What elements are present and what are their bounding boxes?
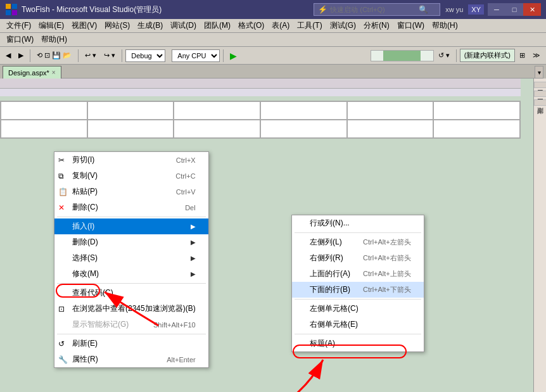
- svg-rect-2: [6, 10, 11, 15]
- cm1-delete[interactable]: ✕ 删除(C) Del: [54, 199, 208, 215]
- cm1-preview-label: 在浏览器中查看(2345加速浏览器)(B): [72, 303, 196, 314]
- properties-icon: 🔧: [58, 355, 68, 364]
- cm1-modify-label: 修改(M): [72, 269, 99, 279]
- cm1-copy-shortcut: Ctrl+C: [175, 172, 195, 180]
- cm1-modify[interactable]: 修改(M) ▶: [54, 266, 208, 282]
- menu-analyze[interactable]: 分析(N): [360, 19, 393, 32]
- menu-window2[interactable]: 窗口(W): [3, 33, 37, 46]
- cm2-leftcell[interactable]: 左侧单元格(C): [292, 301, 424, 317]
- minimize-button[interactable]: ─: [488, 3, 505, 16]
- close-button[interactable]: ✕: [523, 3, 541, 16]
- cm2-sep2: [295, 299, 421, 300]
- cm2-belowrow-label: 下面的行(B): [310, 284, 350, 295]
- cm1-delete-shortcut: Del: [185, 204, 196, 212]
- sep4: [223, 49, 224, 62]
- menu-website[interactable]: 网站(S): [101, 19, 134, 32]
- menu-debug[interactable]: 调试(D): [167, 19, 200, 32]
- toolbar: ◀ ▶ ⟲ ⊡ 💾 📂 ↩ ▾ ↪ ▾ Debug Any CPU ▶ ↺ ▾ …: [0, 47, 546, 65]
- cm1-paste[interactable]: 📋 粘贴(P) Ctrl+V: [54, 184, 208, 199]
- right-panel-tab3[interactable]: 副库: [534, 99, 547, 106]
- title-bar: TwoFish - Microsoft Visual Studio(管理员) ⚡…: [0, 0, 546, 19]
- new-inline-style-button[interactable]: (新建内联样式): [460, 49, 515, 62]
- refresh-icon: ↺: [58, 339, 65, 348]
- menu-bar-2: 窗口(W) 帮助(H): [0, 33, 546, 47]
- redo-button[interactable]: ↪ ▾: [101, 49, 118, 63]
- cm2-rowcol-label: 行或列(N)...: [310, 218, 350, 229]
- cm1-cut[interactable]: ✂ 剪切(I) Ctrl+X: [54, 152, 208, 168]
- cm2-rightcol[interactable]: 右侧列(R) Ctrl+Alt+右箭头: [292, 250, 424, 266]
- cm2-rightcell[interactable]: 右侧单元格(E): [292, 317, 424, 332]
- window-title: TwoFish - Microsoft Visual Studio(管理员): [22, 4, 314, 15]
- menu-build[interactable]: 生成(B): [134, 19, 167, 32]
- cm2-aboverow[interactable]: 上面的行(A) Ctrl+Alt+上箭头: [292, 266, 424, 282]
- sep5: [456, 49, 457, 62]
- tab-filename: Design.aspx*: [8, 69, 49, 77]
- cm1-select-arrow: ▶: [191, 255, 196, 262]
- cm2-belowrow[interactable]: 下面的行(B) Ctrl+Alt+下箭头: [292, 282, 424, 298]
- cm1-properties-label: 属性(R): [72, 354, 98, 365]
- run-button[interactable]: ▶: [227, 49, 240, 63]
- menu-help[interactable]: 帮助(H): [428, 19, 462, 32]
- cm1-copy-label: 复制(V): [72, 170, 98, 181]
- tab-close-button[interactable]: ×: [52, 69, 56, 76]
- cut-icon: ✂: [58, 156, 65, 165]
- tab-bar: Design.aspx* × ▾: [0, 65, 546, 79]
- window-layout-btn[interactable]: ⊞: [516, 49, 528, 63]
- editor-container: td: [0, 79, 546, 392]
- sep2: [78, 49, 79, 62]
- toolbar-icons[interactable]: ⟲ ⊡ 💾 📂: [34, 49, 75, 63]
- cm1-viewcode[interactable]: 查看代码(C): [54, 285, 208, 301]
- cm1-sep1: [57, 217, 206, 217]
- cm1-smarttag[interactable]: 显示智能标记(G) Shift+Alt+F10: [54, 317, 208, 332]
- menu-edit[interactable]: 编辑(E): [35, 19, 68, 32]
- menu-test[interactable]: 测试(G): [326, 19, 360, 32]
- menu-view[interactable]: 视图(V): [68, 19, 101, 32]
- cm1-select[interactable]: 选择(S) ▶: [54, 250, 208, 266]
- cm1-sep3: [57, 334, 206, 334]
- menu-format[interactable]: 格式(O): [234, 19, 268, 32]
- cm1-insert[interactable]: 插入(I) ▶: [54, 218, 208, 234]
- cm1-copy[interactable]: ⧉ 复制(V) Ctrl+C: [54, 168, 208, 184]
- cm1-preview[interactable]: ⊡ 在浏览器中查看(2345加速浏览器)(B): [54, 301, 208, 317]
- debug-mode-select[interactable]: Debug: [125, 49, 165, 62]
- app-logo: [5, 3, 18, 16]
- platform-select[interactable]: Any CPU: [172, 49, 220, 62]
- menu-help2[interactable]: 帮助(H): [37, 33, 71, 46]
- cm2-leftcol[interactable]: 左侧列(L) Ctrl+Alt+左箭头: [292, 234, 424, 250]
- tab-design-aspx[interactable]: Design.aspx* ×: [3, 66, 61, 79]
- tab-scroll-btn[interactable]: ▾: [535, 66, 543, 79]
- maximize-button[interactable]: □: [505, 3, 523, 16]
- cm2-rightcol-label: 右侧列(R): [310, 253, 343, 263]
- editor-area[interactable]: td: [0, 79, 533, 392]
- menu-tools[interactable]: 工具(T): [293, 19, 326, 32]
- cm2-header[interactable]: 标题(A): [292, 336, 424, 351]
- cm1-delete-label: 删除(C): [72, 202, 98, 213]
- cm2-rowcol[interactable]: 行或列(N)...: [292, 215, 424, 231]
- cm1-properties[interactable]: 🔧 属性(R) Alt+Enter: [54, 351, 208, 367]
- undo-button[interactable]: ↩ ▾: [82, 49, 99, 63]
- back-button[interactable]: ◀: [3, 49, 14, 63]
- right-panel-tab2[interactable]: 图层减设调度器: [534, 91, 547, 97]
- refresh-toolbar-btn[interactable]: ↺ ▾: [435, 49, 453, 63]
- context-menu-1: ✂ 剪切(I) Ctrl+X ⧉ 复制(V) Ctrl+C 📋 粘贴(P) Ct…: [54, 151, 209, 368]
- menu-window[interactable]: 窗口(W): [393, 19, 428, 32]
- menu-team[interactable]: 团队(M): [200, 19, 234, 32]
- cm2-rightcol-shortcut: Ctrl+Alt+右箭头: [363, 253, 411, 263]
- cm1-cut-shortcut: Ctrl+X: [176, 156, 196, 164]
- delete-icon: ✕: [58, 203, 65, 212]
- cm2-header-label: 标题(A): [310, 338, 335, 349]
- paste-icon: 📋: [58, 187, 68, 196]
- cm2-aboverow-shortcut: Ctrl+Alt+上箭头: [363, 269, 411, 279]
- quick-search[interactable]: ⚡ 🔍: [314, 3, 440, 16]
- cm1-refresh[interactable]: ↺ 刷新(E): [54, 336, 208, 351]
- right-panel: 需计划测试题调度器 图层减设调度器 副库: [533, 79, 546, 392]
- right-panel-tab1[interactable]: 需计划测试题调度器: [534, 82, 547, 88]
- cm1-refresh-label: 刷新(E): [72, 338, 98, 349]
- menu-table[interactable]: 表(A): [268, 19, 293, 32]
- forward-button[interactable]: ▶: [15, 49, 27, 63]
- user-label: xw yu: [445, 6, 463, 13]
- quick-search-input[interactable]: [330, 6, 419, 13]
- toolbar-more-btn[interactable]: ≫: [530, 49, 543, 63]
- menu-file[interactable]: 文件(F): [3, 19, 35, 32]
- cm1-delete2[interactable]: 删除(D) ▶: [54, 234, 208, 250]
